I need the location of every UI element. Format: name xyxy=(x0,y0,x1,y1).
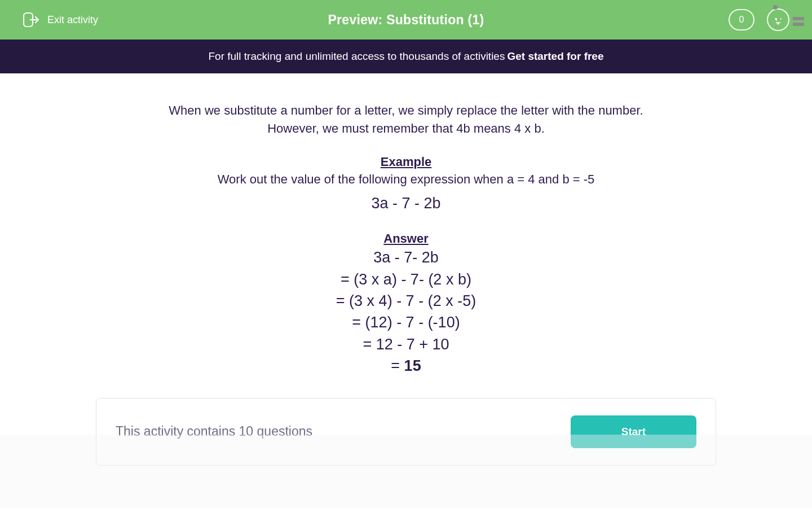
example-prompt: Work out the value of the following expr… xyxy=(107,170,705,189)
lesson-content: When we substitute a number for a letter… xyxy=(96,73,716,376)
exit-activity-button[interactable]: Exit activity xyxy=(23,12,98,28)
answer-line-0: 3a - 7- 2b xyxy=(107,247,705,268)
answer-final: = 15 xyxy=(107,356,705,376)
page-title: Preview: Substitution (1) xyxy=(328,12,484,28)
answer-line-2: = (3 x 4) - 7 - (2 x -5) xyxy=(107,291,705,311)
promo-cta: Get started for free xyxy=(507,50,603,63)
intro-line-1: When we substitute a number for a letter… xyxy=(107,102,705,120)
math-symbols-decoration xyxy=(768,0,807,31)
answer-line-4: = 12 - 7 + 10 xyxy=(107,334,705,354)
answer-line-1: = (3 x a) - 7- (2 x b) xyxy=(107,269,705,290)
page-bottom-fade xyxy=(0,435,812,508)
exit-label: Exit activity xyxy=(47,14,98,26)
example-heading: Example xyxy=(107,155,705,169)
svg-rect-7 xyxy=(793,23,804,26)
answer-heading: Answer xyxy=(107,231,705,246)
points-badge: 0 xyxy=(729,9,754,30)
example-expression: 3a - 7 - 2b xyxy=(107,193,705,213)
svg-point-1 xyxy=(773,5,778,10)
intro-line-2: However, we must remember that 4b means … xyxy=(107,120,705,138)
exit-icon xyxy=(23,12,39,28)
svg-rect-6 xyxy=(793,17,804,20)
answer-line-3: = (12) - 7 - (-10) xyxy=(107,312,705,332)
promo-banner[interactable]: For full tracking and unlimited access t… xyxy=(0,40,812,73)
promo-text: For full tracking and unlimited access t… xyxy=(209,50,505,63)
svg-rect-5 xyxy=(777,11,780,21)
header-bar: Exit activity Preview: Substitution (1) … xyxy=(0,0,812,40)
